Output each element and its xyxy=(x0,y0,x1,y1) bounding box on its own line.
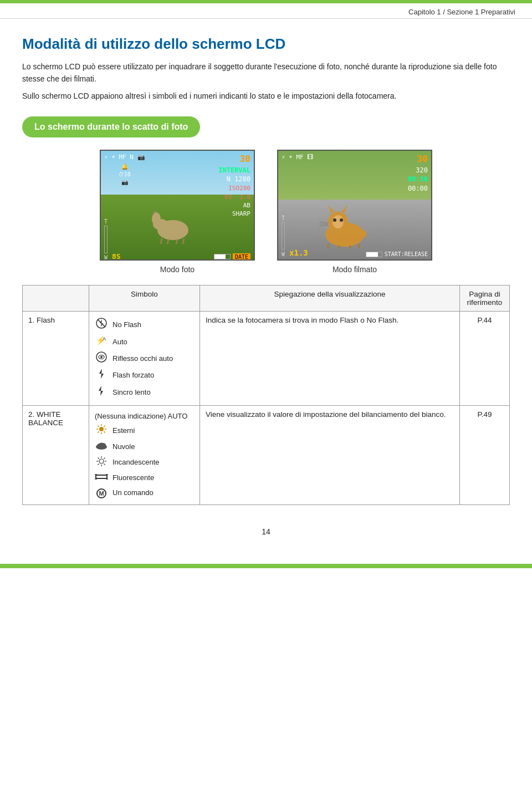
flash-explanation: Indica se la fotocamera si trova in modo… xyxy=(200,312,460,406)
page-number: 14 xyxy=(262,527,270,536)
page-title: Modalità di utilizzo dello schermo LCD xyxy=(22,35,510,53)
modo-filmato-caption: Modo filmato xyxy=(277,265,432,274)
breadcrumb-text: Capitolo 1 / Sezione 1 Preparativi xyxy=(408,8,515,16)
un-comando-label: Un comando xyxy=(112,488,154,497)
flash-forced-icon xyxy=(95,368,108,382)
svg-line-47 xyxy=(98,458,99,459)
nuvole-label: Nuvole xyxy=(112,442,135,451)
esterni-icon xyxy=(95,424,108,437)
modo-foto-container: ⚡ ☀ MF N 📷 🔔 ⏱10 📷 30 INTERVAL N 1280 IS… xyxy=(100,150,255,274)
screen-overlay-right: ⚡ ☀ MF 🎞 30 320 00:36 00:00 T xyxy=(278,151,431,259)
slow-sync-icon xyxy=(95,385,108,399)
modo-filmato-screen: ⚡ ☀ MF 🎞 30 320 00:36 00:00 T xyxy=(277,150,432,261)
no-flash-icon xyxy=(95,318,108,332)
intro-line1: Lo schermo LCD può essere utilizzato per… xyxy=(22,60,510,85)
symbol-slow-sync: Sincro lento xyxy=(95,384,194,401)
svg-line-48 xyxy=(104,464,105,465)
table-row-wb: 2. WHITE BALANCE (Nessuna indicazione) A… xyxy=(23,406,510,505)
svg-line-49 xyxy=(104,458,105,459)
flash-page: P.44 xyxy=(460,312,510,406)
symbol-incandescente: Incandescente xyxy=(95,454,194,470)
header-col4: Pagina di riferimento xyxy=(460,286,510,312)
page-number-container: 14 xyxy=(0,516,532,564)
intro-line2: Sullo schermo LCD appaiono altresì i sim… xyxy=(22,90,510,102)
symbols-table: Simbolo Spiegazione della visualizzazion… xyxy=(22,285,510,505)
svg-text:A: A xyxy=(103,336,106,341)
svg-point-28 xyxy=(100,356,103,358)
wb-category: 2. WHITE BALANCE xyxy=(23,406,89,505)
svg-point-42 xyxy=(99,459,104,463)
esterni-label: Esterni xyxy=(112,426,135,435)
symbol-un-comando: M Un comando xyxy=(95,485,194,500)
modo-foto-screen: ⚡ ☀ MF N 📷 🔔 ⏱10 📷 30 INTERVAL N 1280 IS… xyxy=(100,150,255,261)
modo-filmato-container: ⚡ ☀ MF 🎞 30 320 00:36 00:00 T xyxy=(277,150,432,274)
section-heading: Lo schermo durante lo scatto di foto xyxy=(22,116,200,137)
svg-point-41 xyxy=(99,443,104,447)
table-row-flash: 1. Flash No Flash xyxy=(23,312,510,406)
flash-category: 1. Flash xyxy=(23,312,89,406)
symbol-no-flash: No Flash xyxy=(95,316,194,333)
header-col3: Spiegazione della visualizzazione xyxy=(200,286,460,312)
un-comando-icon: M xyxy=(95,487,108,498)
symbol-auto-wb: (Nessuna indicazione) AUTO xyxy=(95,410,194,422)
symbol-fluorescente: Fluorescente xyxy=(95,470,194,485)
header-col2: Simbolo xyxy=(89,286,200,312)
fluorescente-icon xyxy=(95,472,108,483)
auto-wb-label: (Nessuna indicazione) AUTO xyxy=(95,412,187,420)
fluorescente-label: Fluorescente xyxy=(112,473,154,482)
auto-label: Auto xyxy=(112,338,127,346)
symbol-nuvole: Nuvole xyxy=(95,439,194,454)
red-eye-label: Riflesso occhi auto xyxy=(112,354,173,363)
symbol-auto: ⚡ A Auto xyxy=(95,333,194,350)
m-circle: M xyxy=(96,488,106,498)
screen-overlay-left: ⚡ ☀ MF N 📷 🔔 ⏱10 📷 30 INTERVAL N 1280 IS… xyxy=(101,151,254,259)
wb-page: P.49 xyxy=(460,406,510,505)
incandescente-icon xyxy=(95,456,108,468)
wb-symbols-cell: (Nessuna indicazione) AUTO xyxy=(89,406,200,505)
flash-forced-label: Flash forzato xyxy=(112,371,154,379)
symbol-red-eye: Riflesso occhi auto xyxy=(95,350,194,366)
svg-line-37 xyxy=(98,432,99,433)
breadcrumb: Capitolo 1 / Sezione 1 Preparativi xyxy=(0,3,532,19)
auto-flash-icon: ⚡ A xyxy=(95,335,108,348)
wb-explanation: Viene visualizzato il valore di impostaz… xyxy=(200,406,460,505)
svg-line-35 xyxy=(104,432,105,433)
incandescente-label: Incandescente xyxy=(112,458,160,466)
bottom-green-bar xyxy=(0,564,532,568)
symbol-esterni: Esterni xyxy=(95,422,194,439)
no-flash-label: No Flash xyxy=(112,320,141,329)
red-eye-icon xyxy=(95,351,108,365)
flash-symbols-cell: No Flash ⚡ A Auto xyxy=(89,312,200,406)
symbol-flash-forced: Flash forzato xyxy=(95,366,194,384)
slow-sync-label: Sincro lento xyxy=(112,388,151,396)
header-page-label: Pagina di riferimento xyxy=(467,290,503,307)
svg-line-34 xyxy=(98,426,99,427)
modo-foto-caption: Modo foto xyxy=(100,265,255,274)
images-row: ⚡ ☀ MF N 📷 🔔 ⏱10 📷 30 INTERVAL N 1280 IS… xyxy=(22,150,510,274)
nuvole-icon xyxy=(95,440,108,452)
svg-point-29 xyxy=(99,427,104,431)
svg-line-50 xyxy=(98,464,99,465)
header-col1 xyxy=(23,286,89,312)
svg-line-36 xyxy=(104,426,105,427)
